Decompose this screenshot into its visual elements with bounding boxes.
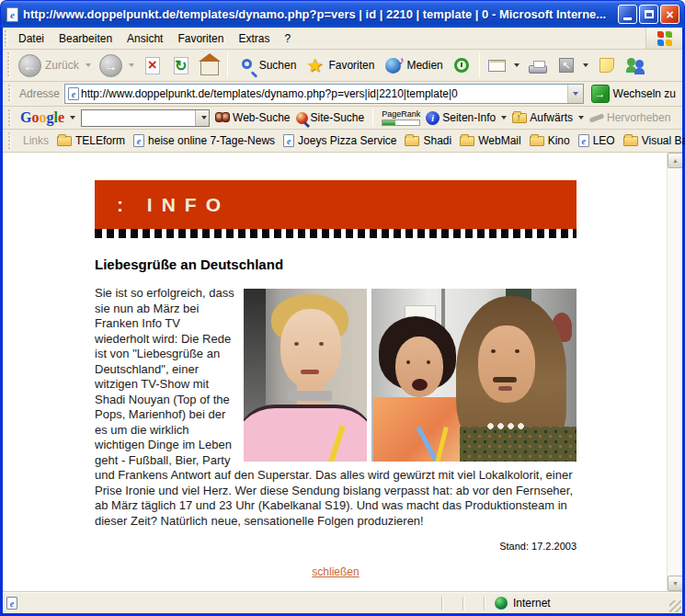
highlighter-icon: [589, 113, 605, 122]
page-info-button[interactable]: i Seiten-Info: [426, 111, 507, 125]
link-label: Kino: [548, 134, 570, 147]
folder-icon: [530, 136, 544, 146]
menu-extras[interactable]: Extras: [231, 29, 277, 49]
back-button[interactable]: ← Zurück: [15, 52, 95, 79]
messenger-button[interactable]: [622, 53, 649, 77]
web-search-button[interactable]: Web-Suche: [215, 111, 290, 124]
zone-label: Internet: [513, 597, 551, 610]
discuss-note-icon: [599, 58, 614, 73]
site-search-icon: [296, 112, 308, 124]
link-label: WebMail: [478, 134, 520, 147]
google-toolbar: Google Web-Suche Site-Suche PageRank: [3, 107, 682, 130]
google-search-dropdown[interactable]: [195, 110, 209, 126]
status-message-pane: e: [6, 597, 431, 610]
toolbar-separator: [372, 109, 373, 126]
pagerank-indicator[interactable]: PageRank: [382, 110, 420, 126]
menu-bearbeiten[interactable]: Bearbeiten: [51, 29, 120, 49]
google-logo: Google: [20, 109, 64, 126]
menu-hilfe[interactable]: ?: [277, 29, 298, 49]
history-button[interactable]: [448, 53, 475, 77]
go-arrow-icon: →: [591, 85, 610, 103]
chevron-down-icon: [70, 116, 75, 120]
close-button[interactable]: ×: [660, 5, 679, 24]
home-button[interactable]: [196, 53, 223, 77]
site-search-button[interactable]: Site-Suche: [296, 111, 365, 124]
address-dropdown[interactable]: [567, 85, 583, 103]
link-visual-basic[interactable]: Visual Basic: [623, 134, 685, 147]
go-button[interactable]: → Wechseln zu: [588, 84, 679, 104]
edit-button[interactable]: ↖: [553, 53, 592, 77]
go-label: Wechseln zu: [613, 87, 676, 100]
folder-icon: [405, 136, 419, 146]
ie-page-icon: e: [6, 7, 18, 22]
favorites-label: Favoriten: [328, 59, 374, 72]
link-label: heise online 7-Tage-News: [148, 134, 275, 147]
status-divider: [462, 597, 463, 610]
back-dropdown-icon[interactable]: [86, 63, 91, 67]
up-button[interactable]: ↑ Aufwärts: [512, 111, 584, 124]
highlight-label: Hervorheben: [607, 111, 670, 124]
address-bar: Adresse e → Wechseln zu: [3, 82, 682, 107]
media-globe-icon: ♪: [385, 58, 401, 74]
scroll-down-button[interactable]: ▼: [668, 576, 682, 591]
menu-favoriten[interactable]: Favoriten: [170, 29, 231, 49]
print-icon: [529, 65, 547, 74]
maximize-button[interactable]: [639, 5, 658, 24]
resize-grip[interactable]: [669, 600, 681, 612]
scroll-up-button[interactable]: ▲: [668, 153, 682, 168]
close-link[interactable]: schließen: [312, 565, 359, 578]
mail-dropdown-icon[interactable]: [514, 63, 519, 67]
toolbar-grip[interactable]: [8, 109, 11, 126]
home-icon: [200, 61, 219, 75]
vertical-scrollbar[interactable]: ▲ ▼: [667, 153, 682, 591]
page-icon: e: [68, 87, 79, 100]
photo-shape: [288, 391, 332, 401]
edit-dropdown-icon[interactable]: [583, 63, 588, 67]
status-divider: [484, 597, 485, 610]
google-logo-menu[interactable]: Google: [20, 109, 75, 126]
search-button[interactable]: Suchen: [232, 53, 301, 77]
stop-button[interactable]: ×: [139, 53, 166, 77]
photo-shape: [319, 342, 324, 346]
link-kino[interactable]: Kino: [530, 134, 570, 147]
menu-ansicht[interactable]: Ansicht: [120, 29, 170, 49]
link-leo[interactable]: e LEO: [578, 134, 615, 147]
toolbar-grip[interactable]: [8, 85, 11, 103]
forward-dropdown-icon[interactable]: [129, 63, 134, 67]
print-button[interactable]: [524, 53, 552, 77]
refresh-button[interactable]: ↻: [167, 53, 195, 77]
forward-button[interactable]: →: [96, 52, 138, 79]
maximize-icon: [645, 10, 654, 18]
link-heise[interactable]: e heise online 7-Tage-News: [133, 134, 275, 147]
google-search-input[interactable]: [82, 111, 195, 124]
links-label: Links: [23, 134, 49, 147]
address-input[interactable]: [79, 87, 566, 100]
toolbar-grip[interactable]: [5, 30, 7, 46]
window-title: http://www.doppelpunkt.de/templates/dyna…: [23, 7, 616, 21]
ie-doc-icon: e: [283, 134, 294, 147]
folder-icon: [57, 136, 72, 146]
document-icon: e: [6, 597, 17, 610]
menu-datei[interactable]: Datei: [11, 29, 51, 49]
favorites-star-icon: ★: [306, 54, 323, 76]
link-joeys-pizza[interactable]: e Joeys Pizza Service: [283, 134, 396, 147]
back-icon: ←: [18, 54, 41, 77]
search-icon: [242, 59, 252, 69]
toolbar-grip[interactable]: [8, 132, 11, 149]
photo-shape: [493, 377, 517, 382]
toolbar-grip[interactable]: [7, 52, 10, 78]
photo-shape: [427, 360, 430, 364]
windows-flag-icon: [657, 31, 672, 46]
photo-shape: [244, 405, 367, 462]
media-button[interactable]: ♪ Medien: [379, 53, 446, 77]
discuss-button[interactable]: [593, 53, 621, 77]
link-teleform[interactable]: TELEform: [57, 134, 125, 147]
link-shadi[interactable]: Shadi: [405, 134, 451, 147]
link-label: Visual Basic: [642, 134, 685, 147]
favorites-button[interactable]: ★ Favoriten: [301, 53, 378, 77]
highlight-button[interactable]: Hervorheben: [589, 111, 670, 124]
minimize-button[interactable]: [618, 5, 637, 24]
photo-shape: [301, 370, 319, 374]
link-webmail[interactable]: WebMail: [460, 134, 520, 147]
mail-button[interactable]: [484, 53, 523, 77]
